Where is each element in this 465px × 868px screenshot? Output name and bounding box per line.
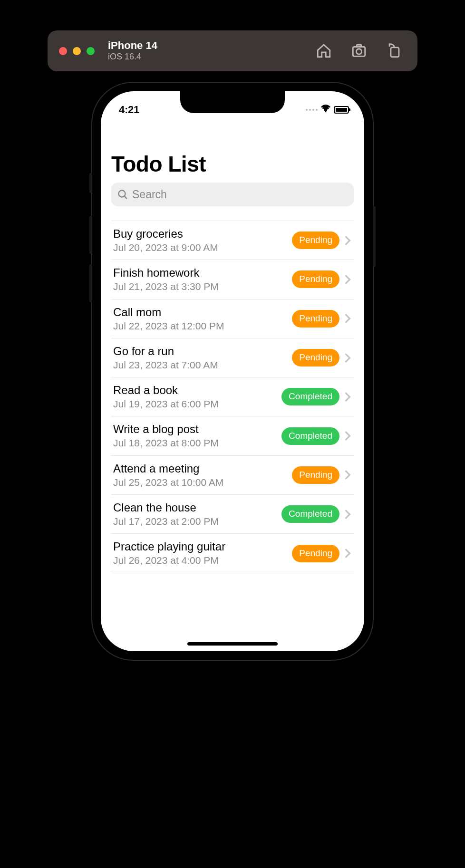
svg-rect-2 <box>391 48 399 57</box>
list-item-text: Clean the houseJul 17, 2023 at 2:00 PM <box>113 501 277 528</box>
list-item-title: Go for a run <box>113 344 287 358</box>
notch <box>180 91 285 113</box>
list-item-date: Jul 19, 2023 at 6:00 PM <box>113 397 277 410</box>
volume-down-button[interactable] <box>89 264 92 302</box>
page-title: Todo List <box>111 151 354 177</box>
chevron-right-icon <box>344 548 351 559</box>
window-controls <box>59 47 95 55</box>
list-item-text: Go for a runJul 23, 2023 at 7:00 AM <box>113 344 287 371</box>
list-item-date: Jul 17, 2023 at 2:00 PM <box>113 515 277 528</box>
simulator-title-block: iPhone 14 iOS 16.4 <box>108 39 157 62</box>
simulator-toolbar: iPhone 14 iOS 16.4 <box>48 30 417 71</box>
todo-list: Buy groceriesJul 20, 2023 at 9:00 AMPend… <box>111 221 354 573</box>
list-item-date: Jul 26, 2023 at 4:00 PM <box>113 554 287 567</box>
search-placeholder: Search <box>132 188 167 201</box>
list-item[interactable]: Practice playing guitarJul 26, 2023 at 4… <box>111 534 354 573</box>
home-indicator[interactable] <box>187 642 278 646</box>
chevron-right-icon <box>344 392 351 402</box>
list-item-date: Jul 21, 2023 at 3:30 PM <box>113 280 287 293</box>
power-button[interactable] <box>373 206 376 267</box>
iphone-frame: 4:21 Todo List Search <box>92 83 373 660</box>
search-input[interactable]: Search <box>111 183 354 206</box>
close-window-button[interactable] <box>59 47 67 55</box>
list-item-text: Buy groceriesJul 20, 2023 at 9:00 AM <box>113 227 287 254</box>
list-item-date: Jul 25, 2023 at 10:00 AM <box>113 476 287 489</box>
zoom-window-button[interactable] <box>87 47 95 55</box>
list-item-title: Clean the house <box>113 501 277 515</box>
status-badge: Pending <box>292 349 339 366</box>
screenshot-icon[interactable] <box>351 43 367 59</box>
status-indicators <box>306 104 350 116</box>
list-item-text: Call momJul 22, 2023 at 12:00 PM <box>113 305 287 332</box>
list-item-title: Call mom <box>113 305 287 319</box>
list-item-text: Attend a meetingJul 25, 2023 at 10:00 AM <box>113 462 287 489</box>
minimize-window-button[interactable] <box>73 47 81 55</box>
wifi-icon <box>320 104 331 116</box>
chevron-right-icon <box>344 509 351 520</box>
status-badge: Pending <box>292 270 339 288</box>
search-icon <box>117 189 128 200</box>
status-badge: Pending <box>292 545 339 562</box>
volume-up-button[interactable] <box>89 216 92 254</box>
simulator-device-name: iPhone 14 <box>108 39 157 52</box>
list-item-date: Jul 20, 2023 at 9:00 AM <box>113 241 287 254</box>
list-item[interactable]: Read a bookJul 19, 2023 at 6:00 PMComple… <box>111 377 354 416</box>
chevron-right-icon <box>344 274 351 285</box>
svg-point-1 <box>356 49 361 54</box>
list-item-date: Jul 23, 2023 at 7:00 AM <box>113 358 287 371</box>
status-badge: Pending <box>292 231 339 249</box>
list-item[interactable]: Clean the houseJul 17, 2023 at 2:00 PMCo… <box>111 495 354 534</box>
list-item-title: Practice playing guitar <box>113 540 287 554</box>
list-item[interactable]: Finish homeworkJul 21, 2023 at 3:30 PMPe… <box>111 260 354 299</box>
list-item-text: Finish homeworkJul 21, 2023 at 3:30 PM <box>113 266 287 293</box>
chevron-right-icon <box>344 313 351 324</box>
list-item-title: Write a blog post <box>113 422 277 436</box>
simulator-os-version: iOS 16.4 <box>108 52 157 62</box>
chevron-right-icon <box>344 235 351 246</box>
list-item-title: Buy groceries <box>113 227 287 241</box>
list-item-title: Read a book <box>113 383 277 397</box>
simulator-actions <box>316 43 402 59</box>
status-badge: Pending <box>292 466 339 484</box>
silence-switch[interactable] <box>89 173 92 193</box>
list-item-title: Attend a meeting <box>113 462 287 476</box>
screen: 4:21 Todo List Search <box>101 91 364 651</box>
rotate-icon[interactable] <box>386 43 402 59</box>
status-badge: Completed <box>281 388 339 405</box>
list-item-text: Read a bookJul 19, 2023 at 6:00 PM <box>113 383 277 410</box>
list-item[interactable]: Call momJul 22, 2023 at 12:00 PMPending <box>111 299 354 338</box>
list-item-title: Finish homework <box>113 266 287 280</box>
svg-line-4 <box>125 196 127 199</box>
list-item[interactable]: Write a blog postJul 18, 2023 at 8:00 PM… <box>111 416 354 455</box>
content: Todo List Search Buy groceriesJul 20, 20… <box>101 123 364 573</box>
cellular-icon <box>306 109 318 111</box>
home-icon[interactable] <box>316 43 332 59</box>
list-item[interactable]: Attend a meetingJul 25, 2023 at 10:00 AM… <box>111 456 354 495</box>
status-badge: Completed <box>281 427 339 445</box>
chevron-right-icon <box>344 470 351 480</box>
status-badge: Pending <box>292 310 339 328</box>
status-time: 4:21 <box>115 104 139 116</box>
list-item-text: Write a blog postJul 18, 2023 at 8:00 PM <box>113 422 277 449</box>
status-badge: Completed <box>281 505 339 523</box>
battery-icon <box>334 106 349 114</box>
list-item-date: Jul 18, 2023 at 8:00 PM <box>113 436 277 449</box>
chevron-right-icon <box>344 431 351 441</box>
list-item[interactable]: Go for a runJul 23, 2023 at 7:00 AMPendi… <box>111 338 354 377</box>
svg-point-3 <box>119 191 126 197</box>
list-item-text: Practice playing guitarJul 26, 2023 at 4… <box>113 540 287 567</box>
chevron-right-icon <box>344 353 351 363</box>
list-item-date: Jul 22, 2023 at 12:00 PM <box>113 319 287 332</box>
list-item[interactable]: Buy groceriesJul 20, 2023 at 9:00 AMPend… <box>111 221 354 260</box>
